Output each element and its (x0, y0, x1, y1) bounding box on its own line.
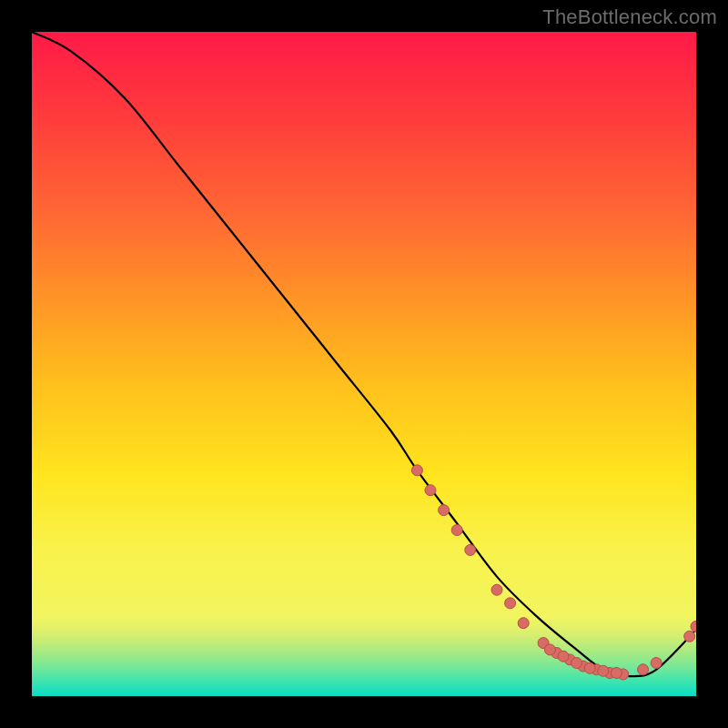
curve-dot (584, 662, 595, 673)
curve-dot (491, 584, 502, 595)
curve-dot (691, 621, 696, 632)
curve-dot (571, 658, 582, 669)
bottleneck-curve (32, 32, 696, 676)
curve-dots (411, 465, 696, 680)
curve-dot (451, 525, 462, 536)
curve-dot (558, 651, 569, 662)
watermark-text: TheBottleneck.com (542, 5, 717, 29)
curve-dot (651, 658, 662, 669)
curve-dot (598, 665, 609, 676)
curve-dot (505, 598, 516, 609)
curve-dot (611, 668, 622, 679)
plot-area (32, 32, 696, 696)
chart-frame: TheBottleneck.com (0, 0, 728, 728)
curve-dot (465, 544, 476, 555)
curve-dot (544, 644, 555, 655)
chart-svg (32, 32, 696, 696)
curve-dot (684, 631, 695, 642)
curve-dot (518, 618, 529, 629)
curve-dot (439, 505, 450, 516)
curve-dot (425, 485, 436, 496)
curve-dot (411, 465, 422, 476)
curve-dot (638, 664, 649, 675)
